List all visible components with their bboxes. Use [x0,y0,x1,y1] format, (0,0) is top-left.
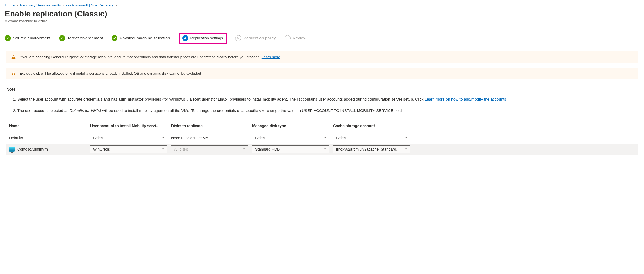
col-name: Name [9,124,90,128]
step-replication-policy[interactable]: 5 Replication policy [235,35,276,41]
step-physical-machine-selection[interactable]: Physical machine selection [112,35,170,41]
chevron-right-icon: › [116,4,117,7]
col-disks: Disks to replicate [171,124,252,128]
step-source-environment[interactable]: Source environment [5,35,50,41]
chevron-down-icon [161,136,165,140]
step-replication-settings[interactable]: 4 Replication settings [179,33,227,44]
chevron-right-icon: › [17,4,18,7]
breadcrumb-home[interactable]: Home [5,3,15,7]
step-number-icon: 6 [285,35,291,41]
breadcrumb: Home › Recovery Services vaults › contos… [5,3,639,7]
breadcrumb-rsv[interactable]: Recovery Services vaults [20,3,61,7]
check-icon [59,35,65,41]
user-account-select[interactable]: Select [90,134,167,142]
note-section: Note: Select the user account with accur… [6,87,638,114]
cache-storage-select[interactable]: lrhdxvv2arcmjulv2acache [Standard… [333,145,410,153]
learn-more-link[interactable]: Learn more [262,55,280,59]
table-header-row: Name User account to install Mobility se… [6,122,638,132]
chevron-down-icon [161,147,165,151]
step-label: Target environment [67,36,103,41]
row-name: Defaults [9,136,90,140]
warning-icon [11,72,16,75]
breadcrumb-vault[interactable]: contoso-vault | Site Recovery [66,3,114,7]
check-icon [112,35,117,41]
warning-exclude-disk: Exclude disk will be allowed only if mob… [6,68,638,79]
more-actions-button[interactable]: ··· [112,11,119,17]
disks-static-text: Need to select per VM. [171,136,252,140]
chevron-down-icon [323,147,327,151]
managed-disk-select[interactable]: Standard HDD [252,145,329,153]
warning-text: If you are choosing General Purpose v2 s… [19,55,261,59]
step-number-icon: 5 [235,35,241,41]
vm-icon [9,147,15,152]
note-item-2: The user account selected as Defaults fo… [17,108,638,114]
step-label: Physical machine selection [120,36,170,41]
step-target-environment[interactable]: Target environment [59,35,103,41]
step-label: Review [293,36,306,41]
col-user-account: User account to install Mobility servi… [90,124,171,128]
managed-disk-select[interactable]: Select [252,134,329,142]
note-heading: Note: [6,87,638,91]
step-review[interactable]: 6 Review [285,35,306,41]
chevron-right-icon: › [63,4,64,7]
user-account-select[interactable]: WinCreds [90,145,167,153]
chevron-down-icon [404,147,408,151]
chevron-down-icon [404,136,408,140]
note-item-1: Select the user account with accurate cr… [17,96,638,102]
step-number-icon: 4 [182,35,188,41]
warning-text: Exclude disk will be allowed only if mob… [19,71,201,75]
step-label: Replication settings [190,36,223,40]
learn-more-accounts-link[interactable]: Learn more on how to add/modify the acco… [424,97,507,101]
warning-icon [11,55,16,59]
step-label: Replication policy [243,36,276,41]
replication-settings-table: Name User account to install Mobility se… [6,122,638,155]
chevron-down-icon [323,136,327,140]
row-name: ContosoAdminVm [9,147,90,152]
cache-storage-select[interactable]: Select [333,134,410,142]
page-subtitle: VMware machine to Azure [5,19,639,23]
wizard-steps: Source environment Target environment Ph… [5,33,639,44]
check-icon [5,35,11,41]
step-label: Source environment [13,36,50,41]
table-row-vm: ContosoAdminVm WinCreds All disks Standa… [6,144,638,155]
page-title: Enable replication (Classic) [5,9,107,18]
table-row-defaults: Defaults Select Need to select per VM. S… [6,132,638,144]
col-managed-disk: Managed disk type [252,124,333,128]
chevron-down-icon [242,147,246,151]
disks-select: All disks [171,145,248,153]
col-cache: Cache storage account [333,124,414,128]
warning-storage-pricing: If you are choosing General Purpose v2 s… [6,51,638,63]
